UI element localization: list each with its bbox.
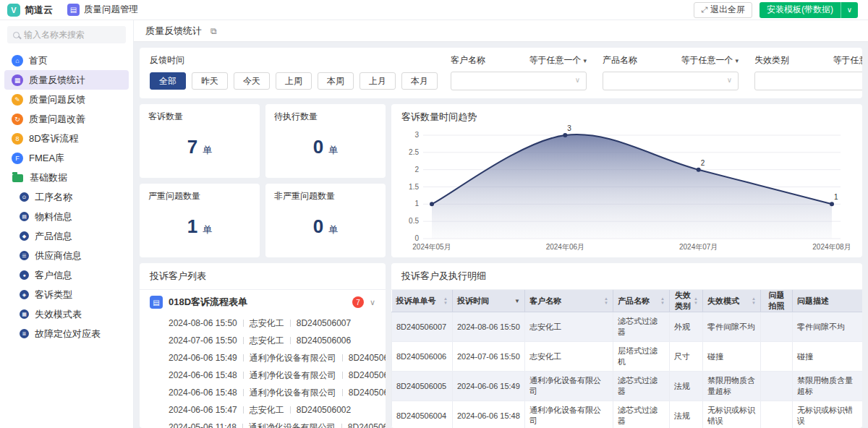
subitem-icon: ☰	[20, 251, 29, 260]
time-filter-button-3[interactable]: 上周	[276, 72, 312, 90]
sidebar-item-fmea-library[interactable]: FFMEA库	[4, 148, 129, 168]
sidebar-item-feedback-pencil[interactable]: ✎质量问题反馈	[4, 90, 129, 109]
table-cell: 零件间隙不均	[703, 312, 761, 342]
list-item[interactable]: 2024-08-06 15:50志安化工8D240506007	[140, 314, 386, 332]
list-item[interactable]: 2024-06-06 15:48通利净化设备有限公司8D240506003	[140, 384, 386, 401]
photo-cell	[761, 342, 793, 372]
sidebar-item-stats-chart[interactable]: ▦质量反馈统计	[4, 70, 129, 90]
filter-group-2: 失效类别等于任意一个▾∨	[754, 54, 862, 90]
table-row: 8D2405060042024-06-06 15:48通利净化设备有限公司滤芯式…	[392, 401, 863, 428]
filter-select[interactable]: ∨	[603, 72, 739, 90]
form-doc-icon: ▤	[150, 296, 163, 309]
list-item[interactable]: 2024-05-06 11:48通利净化设备有限公司8D240506001	[140, 419, 386, 428]
sidebar-item-label: 质量问题反馈	[29, 93, 85, 106]
chart-title: 客诉数量时间趋势	[401, 111, 852, 124]
sidebar-item-flow-8d[interactable]: 88D客诉流程	[4, 129, 129, 148]
count-badge: 7	[352, 296, 364, 308]
sidebar-item-home[interactable]: ⌂首页	[4, 51, 129, 70]
table-cell: 8D240506006	[392, 342, 453, 372]
sort-icon[interactable]: ▲▼	[660, 296, 665, 305]
form-group-header[interactable]: ▤ 018D客诉流程表单 7 ∨	[140, 290, 386, 314]
svg-text:0.5: 0.5	[409, 217, 419, 225]
sidebar-subitem-6[interactable]: ▦失效模式表	[4, 304, 129, 324]
sidebar-subitem-1[interactable]: ▤物料信息	[4, 207, 129, 226]
app-chip[interactable]: ▤ 质量问题管理	[67, 4, 138, 16]
column-header[interactable]: 投诉单单号▲▼	[392, 290, 453, 312]
sidebar-item-label: 质量问题改善	[29, 113, 85, 126]
filter-operator[interactable]: 等于任意一个▾	[681, 54, 739, 67]
time-filter-button-2[interactable]: 今天	[234, 72, 270, 90]
exit-fullscreen-button[interactable]: ⤢ 退出全屏	[694, 2, 752, 18]
tab-quality-feedback-stats[interactable]: 质量反馈统计	[145, 25, 202, 38]
sidebar-item-label: 工序名称	[35, 191, 72, 204]
chevron-down-icon: ∨	[727, 76, 732, 84]
chevron-down-icon[interactable]: ∨	[370, 298, 375, 307]
sidebar-subitem-5[interactable]: ◈客诉类型	[4, 285, 129, 304]
install-template-dropdown-button[interactable]: ∨	[841, 2, 858, 18]
subitem-icon: ◈	[20, 290, 29, 299]
stat-unit: 单	[203, 144, 212, 157]
stat-label: 待执行数量	[274, 111, 377, 123]
table-cell: 禁限用物质含量超标	[793, 372, 863, 401]
list-item[interactable]: 2024-06-06 15:47志安化工8D240506002	[140, 401, 386, 419]
expand-dashboard-icon[interactable]: ⧉	[210, 26, 217, 36]
sort-desc-icon[interactable]: ▼	[514, 298, 520, 304]
caret-down-icon: ▾	[735, 57, 739, 64]
exit-fullscreen-label: 退出全屏	[710, 4, 745, 16]
detail-table-wrap: 投诉单单号▲▼投诉时间▼客户名称▲▼产品名称▲▼失效类别▲▼失效模式▲▼问题拍照…	[391, 290, 862, 428]
column-header[interactable]: 问题拍照	[761, 290, 793, 312]
sort-icon[interactable]: ▲▼	[443, 296, 448, 305]
stat-unit: 单	[203, 223, 212, 236]
app-shell: ⌂首页▦质量反馈统计✎质量问题反馈↻质量问题改善88D客诉流程FFMEA库基础数…	[0, 20, 868, 428]
trend-area-chart: 00.511.522.532024年05月2024年06月2024年07月202…	[401, 124, 852, 253]
sidebar-search[interactable]	[7, 26, 126, 43]
sort-icon[interactable]: ▲▼	[752, 296, 756, 305]
time-filter-button-4[interactable]: 本周	[318, 72, 354, 90]
exit-fullscreen-icon: ⤢	[701, 5, 707, 14]
sidebar-subitem-4[interactable]: ●客户信息	[4, 265, 129, 285]
caret-down-icon: ▾	[583, 57, 587, 64]
list-item[interactable]: 2024-07-06 15:50志安化工8D240506006	[140, 332, 386, 349]
sidebar-subitem-3[interactable]: ☰供应商信息	[4, 246, 129, 265]
time-filter-button-6[interactable]: 本月	[401, 72, 438, 90]
sidebar-subitem-2[interactable]: ◆产品信息	[4, 226, 129, 246]
column-header[interactable]: 失效模式▲▼	[703, 290, 761, 312]
stat-unit: 单	[328, 144, 338, 157]
filter-select[interactable]: ∨	[451, 72, 587, 90]
table-cell: 通利净化设备有限公司	[525, 372, 613, 401]
dashboard-content: 反馈时间 全部昨天今天上周本周上月本月 客户名称等于任意一个▾∨产品名称等于任意…	[134, 42, 868, 428]
svg-text:3: 3	[567, 124, 571, 132]
filter-select[interactable]: ∨	[754, 72, 862, 90]
filter-group-0: 客户名称等于任意一个▾∨	[451, 54, 587, 90]
column-header[interactable]: 客户名称▲▼	[525, 290, 613, 312]
time-filter-section: 反馈时间 全部昨天今天上周本周上月本月	[150, 54, 439, 90]
sidebar-item-improve-refresh[interactable]: ↻质量问题改善	[4, 109, 129, 129]
time-filter-button-0[interactable]: 全部	[150, 72, 186, 90]
filter-operator[interactable]: 等于任意一个▾	[529, 54, 587, 67]
stat-card-3: 非严重问题数量0单	[265, 184, 386, 257]
column-header-label: 问题描述	[797, 296, 829, 307]
table-row: 8D2405060072024-08-06 15:50志安化工滤芯式过滤器外观零…	[392, 312, 863, 342]
sort-icon[interactable]: ▲▼	[604, 296, 608, 305]
column-header[interactable]: 问题描述	[793, 290, 863, 312]
stat-value: 0	[313, 136, 323, 158]
search-input[interactable]	[24, 30, 111, 40]
sidebar-menu: ⌂首页▦质量反馈统计✎质量问题反馈↻质量问题改善88D客诉流程FFMEA库基础数…	[0, 51, 133, 343]
list-item[interactable]: 2024-06-06 15:49通利净化设备有限公司8D240506005	[140, 349, 386, 367]
filter-operator[interactable]: 等于任意一个▾	[833, 54, 862, 67]
sidebar-item-folder[interactable]: 基础数据	[4, 168, 129, 187]
sidebar-subitem-7[interactable]: ≣故障定位对应表	[4, 324, 129, 343]
column-header[interactable]: 投诉时间▼	[453, 290, 525, 312]
table-cell: 8D240506004	[392, 401, 453, 428]
time-filter-button-1[interactable]: 昨天	[192, 72, 228, 90]
column-header[interactable]: 产品名称▲▼	[613, 290, 670, 312]
svg-text:2024年08月: 2024年08月	[812, 243, 851, 251]
install-template-button[interactable]: 安装模板(带数据)	[760, 2, 841, 18]
list-card-title: 投诉客户列表	[140, 263, 386, 290]
list-item[interactable]: 2024-06-06 15:48通利净化设备有限公司8D240506004	[140, 367, 386, 384]
column-header[interactable]: 失效类别▲▼	[670, 290, 703, 312]
time-filter-button-5[interactable]: 上月	[359, 72, 396, 90]
table-cell: 外观	[670, 312, 703, 342]
sort-icon[interactable]: ▲▼	[694, 296, 698, 305]
sidebar-subitem-0[interactable]: ⊙工序名称	[4, 187, 129, 207]
